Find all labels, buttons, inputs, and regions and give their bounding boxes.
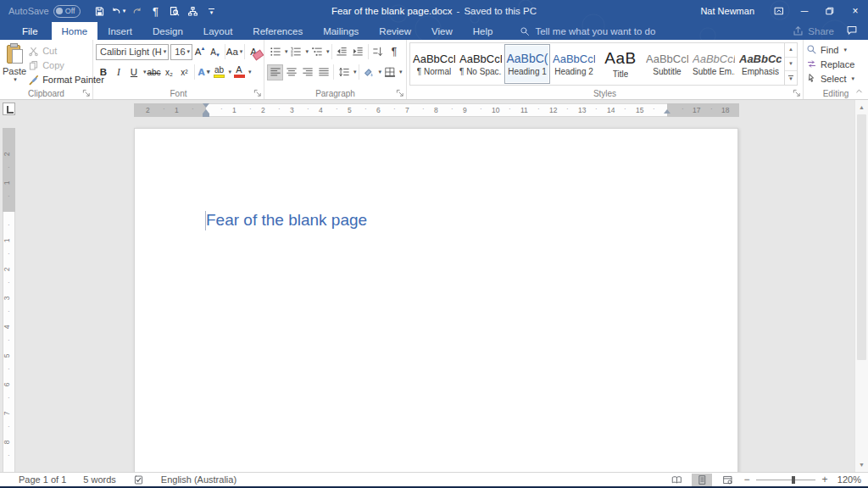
subscript-button[interactable]: x₂ xyxy=(162,64,177,80)
document-heading[interactable]: Fear of the blank page xyxy=(206,211,367,230)
pilcrow-button[interactable]: ¶ xyxy=(148,3,164,19)
superscript-button[interactable]: x² xyxy=(177,64,192,80)
underline-button[interactable]: U xyxy=(126,64,142,80)
vertical-ruler[interactable]: 2112345678··········· xyxy=(3,128,15,472)
tab-mailings[interactable]: Mailings xyxy=(313,22,369,40)
style-no-spac[interactable]: AaBbCcDc¶ No Spac... xyxy=(458,44,504,84)
chevron-down-icon[interactable]: ▾ xyxy=(353,69,357,75)
tab-design[interactable]: Design xyxy=(142,22,193,40)
tab-view[interactable]: View xyxy=(421,22,463,40)
style-subtle-em[interactable]: AaBbCcDtSubtle Em... xyxy=(691,44,737,84)
vertical-scrollbar[interactable]: ▲ ▼ xyxy=(854,100,868,472)
zoom-in-button[interactable]: + xyxy=(821,474,829,485)
strikethrough-button[interactable]: abc xyxy=(147,64,162,80)
select-button[interactable]: Select▾ xyxy=(806,71,865,86)
replace-button[interactable]: Replace xyxy=(806,57,865,71)
tell-me-search[interactable]: Tell me what you want to do xyxy=(520,22,655,40)
collapse-ribbon-button[interactable] xyxy=(854,86,864,96)
read-mode-button[interactable] xyxy=(666,474,687,486)
styles-scroll-down-icon[interactable]: ▼ xyxy=(785,58,797,72)
style-normal[interactable]: AaBbCcDc¶ Normal xyxy=(411,44,457,84)
show-paragraph-marks-button[interactable]: ¶ xyxy=(387,44,403,60)
document-page[interactable]: Fear of the blank page xyxy=(134,128,738,472)
styles-dialog-launcher[interactable] xyxy=(793,89,801,97)
style-emphasis[interactable]: AaBbCcDtEmphasis xyxy=(737,44,783,84)
borders-button[interactable] xyxy=(381,64,398,80)
tab-insert[interactable]: Insert xyxy=(97,22,142,40)
proofing-status-icon[interactable] xyxy=(133,474,144,485)
styles-scroll-up-icon[interactable]: ▲ xyxy=(785,43,797,58)
minimize-button[interactable]: ─ xyxy=(792,0,817,22)
chevron-down-icon[interactable]: ▾ xyxy=(326,48,330,55)
increase-indent-button[interactable] xyxy=(350,44,366,60)
share-button[interactable]: Share xyxy=(793,25,834,36)
qat-customize-button[interactable]: ▾ xyxy=(204,3,220,19)
zoom-slider[interactable] xyxy=(756,480,815,480)
find-button[interactable]: Find▾ xyxy=(806,42,865,57)
style-title[interactable]: AaBTitle xyxy=(598,44,643,84)
tab-layout[interactable]: Layout xyxy=(193,22,243,40)
shading-button[interactable] xyxy=(361,64,377,80)
tab-stop-selector[interactable] xyxy=(3,103,15,115)
italic-button[interactable]: I xyxy=(111,64,126,80)
line-spacing-button[interactable] xyxy=(336,64,352,80)
redo-button[interactable] xyxy=(130,3,145,19)
highlight-color-button[interactable]: ab xyxy=(212,64,227,80)
tab-review[interactable]: Review xyxy=(369,22,421,40)
align-right-button[interactable] xyxy=(299,64,315,80)
chevron-down-icon[interactable]: ▾ xyxy=(399,69,403,75)
zoom-slider-thumb[interactable] xyxy=(792,476,795,484)
numbered-list-button[interactable] xyxy=(288,44,304,60)
org-chart-button[interactable] xyxy=(186,3,201,19)
align-left-button[interactable] xyxy=(267,64,283,80)
scrollbar-thumb[interactable] xyxy=(857,114,866,360)
save-button[interactable] xyxy=(92,3,108,19)
bullet-list-button[interactable] xyxy=(267,44,283,60)
restore-button[interactable] xyxy=(817,0,843,22)
font-dialog-launcher[interactable] xyxy=(253,89,262,97)
paragraph-dialog-launcher[interactable] xyxy=(396,89,404,97)
clear-formatting-button[interactable]: A xyxy=(246,44,261,60)
style-heading-1[interactable]: AaBbC(Heading 1 xyxy=(504,44,550,84)
print-preview-button[interactable] xyxy=(167,3,182,19)
styles-more-icon[interactable]: ▼ xyxy=(785,71,797,85)
scroll-up-icon[interactable]: ▲ xyxy=(855,101,868,114)
tab-references[interactable]: References xyxy=(242,22,313,40)
scroll-down-icon[interactable]: ▼ xyxy=(855,458,868,471)
print-layout-button[interactable] xyxy=(692,474,712,486)
zoom-level[interactable]: 120% xyxy=(834,474,861,485)
change-case-button[interactable]: Aa▾ xyxy=(227,44,242,60)
bold-button[interactable]: B xyxy=(96,64,111,80)
font-color-button[interactable]: A xyxy=(231,64,247,80)
paste-button[interactable]: Paste ▾ xyxy=(3,42,26,86)
page-indicator[interactable]: Page 1 of 1 xyxy=(19,474,66,485)
sort-button[interactable] xyxy=(370,44,387,60)
style-heading-2[interactable]: AaBbCcDHeading 2 xyxy=(551,44,597,84)
user-name[interactable]: Nat Newman xyxy=(700,6,754,16)
multilevel-list-button[interactable] xyxy=(309,44,325,60)
autosave-switch-icon[interactable]: Off xyxy=(53,5,81,18)
language-indicator[interactable]: English (Australia) xyxy=(161,474,236,485)
decrease-indent-button[interactable] xyxy=(334,44,350,60)
tab-home[interactable]: Home xyxy=(52,22,98,40)
horizontal-ruler[interactable]: 211234567891011121314151718·············… xyxy=(134,103,739,117)
style-subtitle[interactable]: AaBbCcDSubtitle xyxy=(644,44,690,84)
ribbon-display-options-button[interactable] xyxy=(766,0,792,22)
text-effects-button[interactable]: A▾ xyxy=(197,64,212,80)
align-center-button[interactable] xyxy=(283,64,299,80)
chevron-down-icon[interactable]: ▾ xyxy=(248,69,252,75)
word-count[interactable]: 5 words xyxy=(83,474,116,485)
undo-button[interactable]: ▾ xyxy=(111,3,126,19)
zoom-out-button[interactable]: − xyxy=(743,474,751,485)
grow-font-button[interactable]: A▲ xyxy=(192,44,208,60)
close-button[interactable]: × xyxy=(843,0,868,22)
web-layout-button[interactable] xyxy=(717,474,737,486)
clipboard-dialog-launcher[interactable] xyxy=(82,89,91,97)
font-size-select[interactable]: 16▾ xyxy=(170,44,192,60)
justify-button[interactable] xyxy=(315,64,331,80)
comments-button[interactable] xyxy=(846,25,858,37)
shrink-font-button[interactable]: A▼ xyxy=(208,44,223,60)
autosave-toggle[interactable]: AutoSave Off xyxy=(8,5,81,18)
tab-help[interactable]: Help xyxy=(463,22,504,40)
font-name-select[interactable]: Calibri Light (H▾ xyxy=(96,44,169,60)
